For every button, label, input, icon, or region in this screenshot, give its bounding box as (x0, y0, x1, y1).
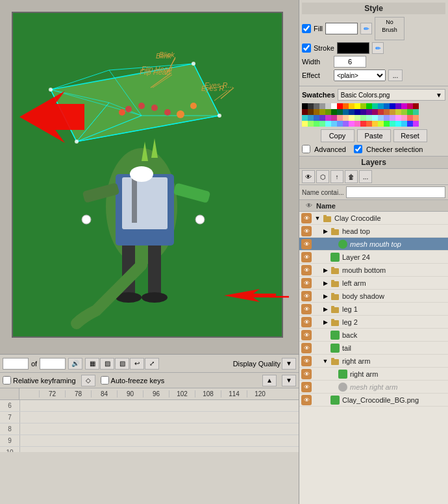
swatch-0[interactable] (302, 103, 308, 109)
play-mode-btn1[interactable]: ▦ (85, 358, 99, 370)
swatch-52[interactable] (372, 115, 378, 121)
swatch-20[interactable] (302, 109, 308, 115)
swatch-49[interactable] (355, 115, 360, 121)
fill-color-swatch[interactable] (325, 23, 358, 34)
layers-tool-2[interactable]: ⬡ (316, 170, 329, 183)
expand-btn-mouth-bottom[interactable]: ▶ (321, 267, 329, 273)
swatches-file-dropdown[interactable]: Basic Colors.png ▼ (338, 89, 445, 101)
layer-item-leg-2[interactable]: 👁 ▶ leg 2 (299, 316, 448, 329)
display-quality-dropdown[interactable]: ▼ (282, 358, 296, 370)
swatch-1[interactable] (308, 103, 314, 109)
swatch-10[interactable] (360, 103, 366, 109)
vis-toggle-mouth-bottom[interactable]: 👁 (299, 265, 314, 275)
stroke-edit-btn[interactable]: ✏ (372, 42, 384, 54)
swatch-26[interactable] (337, 109, 343, 115)
swatch-60[interactable] (302, 121, 308, 127)
play-mode-btn2[interactable]: ▨ (100, 358, 114, 370)
swatch-24[interactable] (325, 109, 331, 115)
swatch-47[interactable] (343, 115, 349, 121)
swatch-40[interactable] (302, 115, 308, 121)
vis-toggle-leg-1[interactable]: 👁 (299, 304, 314, 314)
expand-btn-head-top[interactable]: ▶ (321, 228, 329, 234)
swatch-29[interactable] (355, 109, 360, 115)
swatch-23[interactable] (319, 109, 325, 115)
reset-btn[interactable]: Reset (393, 129, 427, 142)
auto-freeze-checkbox[interactable] (101, 376, 109, 384)
relative-keyframing-checkbox[interactable] (3, 376, 11, 384)
swatch-55[interactable] (390, 115, 395, 121)
layer-item-back[interactable]: 👁 back (299, 329, 448, 342)
layers-tool-delete[interactable]: 🗑 (345, 170, 358, 183)
vis-toggle-tail[interactable]: 👁 (299, 343, 314, 353)
swatch-51[interactable] (366, 115, 372, 121)
layer-item-clay-croc[interactable]: 👁 ▼ Clay Crocodile (299, 212, 448, 225)
effect-select[interactable]: <plain> (334, 69, 386, 81)
swatch-22[interactable] (314, 109, 319, 115)
layer-item-mesh-mouth-top[interactable]: 👁 mesh mouth top (299, 238, 448, 251)
vis-toggle-body-shadow[interactable]: 👁 (299, 291, 314, 301)
no-brush-btn[interactable]: NoBrush (375, 17, 404, 40)
vis-toggle-leg-2[interactable]: 👁 (299, 317, 314, 327)
swatch-71[interactable] (366, 121, 372, 127)
swatch-54[interactable] (384, 115, 390, 121)
swatch-37[interactable] (401, 109, 407, 115)
swatch-28[interactable] (349, 109, 355, 115)
layer-item-layer-24[interactable]: 👁 Layer 24 (299, 251, 448, 264)
swatch-57[interactable] (401, 115, 407, 121)
width-input[interactable] (334, 56, 366, 68)
vis-toggle-clay-croc-bg[interactable]: 👁 (299, 395, 314, 405)
swatch-5[interactable] (331, 103, 337, 109)
layer-item-head-top[interactable]: 👁 ▶ head top (299, 225, 448, 238)
swatch-44[interactable] (325, 115, 331, 121)
layers-tool-3[interactable]: ↑ (330, 170, 343, 183)
swatch-50[interactable] (360, 115, 366, 121)
swatch-39[interactable] (413, 109, 419, 115)
paste-btn[interactable]: Paste (357, 129, 391, 142)
swatch-13[interactable] (378, 103, 384, 109)
swatch-48[interactable] (349, 115, 355, 121)
play-mode-btn3[interactable]: ▧ (115, 358, 129, 370)
swatch-33[interactable] (378, 109, 384, 115)
loop-btn[interactable]: ↩ (130, 358, 144, 370)
swatch-46[interactable] (337, 115, 343, 121)
timeline-up-btn[interactable]: ▲ (262, 375, 277, 386)
vis-toggle-layer-24[interactable]: 👁 (299, 252, 314, 262)
swatch-11[interactable] (366, 103, 372, 109)
swatch-15[interactable] (390, 103, 395, 109)
fill-checkbox[interactable] (302, 24, 311, 33)
swatch-2[interactable] (314, 103, 319, 109)
swatch-68[interactable] (349, 121, 355, 127)
swatch-3[interactable] (319, 103, 325, 109)
swatch-72[interactable] (372, 121, 378, 127)
vis-toggle-left-arm[interactable]: 👁 (299, 278, 314, 288)
layer-item-mesh-right-arm[interactable]: 👁 mesh right arm (299, 381, 448, 394)
swatch-61[interactable] (308, 121, 314, 127)
swatch-19[interactable] (413, 103, 419, 109)
expand-btn-body-shadow[interactable]: ▶ (321, 293, 329, 299)
swatch-34[interactable] (384, 109, 390, 115)
swatch-4[interactable] (325, 103, 331, 109)
vis-toggle-clay-croc[interactable]: 👁 (299, 213, 314, 223)
swatch-14[interactable] (384, 103, 390, 109)
swatch-30[interactable] (360, 109, 366, 115)
layer-item-tail[interactable]: 👁 tail (299, 342, 448, 355)
vis-toggle-back[interactable]: 👁 (299, 330, 314, 340)
vis-toggle-right-arm[interactable]: 👁 (299, 356, 314, 366)
layer-item-right-arm[interactable]: 👁 ▼ right arm (299, 355, 448, 368)
layers-tool-more[interactable]: ... (359, 170, 372, 183)
swatch-77[interactable] (401, 121, 407, 127)
swatch-43[interactable] (319, 115, 325, 121)
expand-btn-leg-2[interactable]: ▶ (321, 319, 329, 325)
swatch-63[interactable] (319, 121, 325, 127)
swatch-16[interactable] (395, 103, 401, 109)
expand-btn-right-arm[interactable]: ▼ (321, 358, 329, 364)
swatch-36[interactable] (395, 109, 401, 115)
layer-item-mouth-bottom[interactable]: 👁 ▶ mouth bottom (299, 264, 448, 277)
swatch-76[interactable] (395, 121, 401, 127)
fill-edit-btn[interactable]: ✏ (360, 23, 372, 34)
swatch-75[interactable] (390, 121, 395, 127)
swatch-18[interactable] (407, 103, 413, 109)
vis-toggle-head-top[interactable]: 👁 (299, 226, 314, 236)
swatch-6[interactable] (337, 103, 343, 109)
stroke-color-swatch[interactable] (337, 42, 369, 54)
